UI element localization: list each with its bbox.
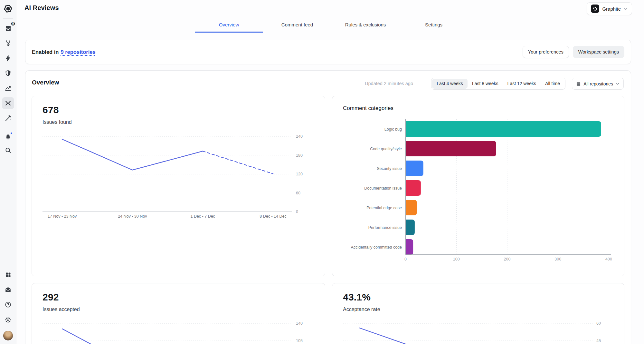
comment-categories-title: Comment categories	[343, 105, 393, 112]
sidebar-item-notifications[interactable]	[2, 131, 14, 143]
workspace-switcher[interactable]: Graphite	[587, 2, 632, 15]
insights-icon	[5, 84, 12, 92]
svg-text:24 Nov - 30 Nov: 24 Nov - 30 Nov	[118, 214, 147, 219]
sidebar: 9	[0, 0, 16, 344]
svg-text:180: 180	[296, 153, 303, 158]
merge-icon	[5, 40, 12, 47]
svg-text:100: 100	[453, 257, 460, 261]
tab-overview[interactable]: Overview	[195, 18, 263, 32]
acceptance-rate-label: Acceptance rate	[343, 307, 380, 312]
graphite-workspace-logo-icon	[591, 5, 599, 13]
svg-text:Documentation issue: Documentation issue	[364, 186, 402, 191]
wand-icon	[5, 115, 12, 122]
overview-section-title: Overview	[32, 79, 59, 86]
acceptance-rate-chart: 6045	[332, 319, 616, 344]
svg-text:0: 0	[296, 210, 298, 214]
tab-bar: Overview Comment feed Rules & exclusions…	[195, 18, 468, 32]
repository-filter-label: All repositories	[583, 81, 613, 86]
issues-found-card: 678 Issues found 06012018024017 Nov - 23…	[32, 96, 325, 276]
inbox-badge: 9	[11, 21, 15, 26]
range-all-time[interactable]: All time	[541, 79, 564, 89]
sidebar-item-ai-reviews[interactable]	[2, 97, 14, 109]
svg-text:0: 0	[404, 257, 407, 261]
sidebar-item-search[interactable]	[2, 144, 14, 156]
gear-icon	[5, 316, 12, 323]
banner-actions: Your preferences Workspace settings	[523, 46, 624, 58]
range-last-12-weeks[interactable]: Last 12 weeks	[503, 79, 541, 89]
ai-reviews-page: 9	[0, 0, 644, 344]
sidebar-item-insights[interactable]	[2, 82, 14, 94]
sidebar-item-help[interactable]	[2, 299, 14, 311]
svg-text:300: 300	[554, 257, 561, 261]
sidebar-item-merge[interactable]	[2, 37, 14, 49]
apps-grid-icon	[5, 271, 12, 278]
tab-comment-feed[interactable]: Comment feed	[263, 18, 331, 32]
issues-accepted-value: 292	[43, 292, 59, 303]
svg-text:Code quality/style: Code quality/style	[370, 147, 402, 151]
svg-text:240: 240	[296, 134, 303, 139]
workspace-settings-button[interactable]: Workspace settings	[573, 46, 624, 58]
workspace-name: Graphite	[602, 6, 621, 12]
acceptance-rate-card: 43.1% Acceptance rate 6045	[332, 283, 624, 344]
svg-text:Performance issue: Performance issue	[368, 225, 402, 230]
overview-section: Overview Updated 2 minutes ago Last 4 we…	[25, 70, 631, 344]
avatar	[3, 331, 13, 340]
svg-text:60: 60	[596, 321, 601, 326]
svg-text:60: 60	[296, 191, 300, 195]
svg-text:45: 45	[596, 339, 601, 343]
notification-dot	[10, 132, 13, 135]
svg-text:200: 200	[504, 257, 511, 261]
comment-categories-chart: 0100200300400Logic bugCode quality/style…	[332, 115, 624, 267]
user-avatar[interactable]	[2, 329, 14, 342]
range-last-8-weeks[interactable]: Last 8 weeks	[468, 79, 503, 89]
tab-rules-exclusions[interactable]: Rules & exclusions	[331, 18, 400, 32]
enabled-text: Enabled in	[32, 49, 59, 55]
ai-reviews-icon	[5, 100, 12, 107]
sidebar-item-assistant[interactable]	[2, 112, 14, 124]
sidebar-item-mail[interactable]	[2, 283, 14, 296]
repo-stack-icon	[576, 81, 581, 86]
issues-found-value: 678	[43, 104, 59, 115]
your-preferences-button[interactable]: Your preferences	[523, 46, 569, 58]
page-title: AI Reviews	[24, 4, 59, 12]
sidebar-item-settings[interactable]	[2, 314, 14, 326]
svg-text:17 Nov - 23 Nov: 17 Nov - 23 Nov	[48, 214, 77, 219]
tab-settings[interactable]: Settings	[400, 18, 468, 32]
svg-text:Logic bug: Logic bug	[384, 127, 402, 132]
svg-text:1 Dec - 7 Dec: 1 Dec - 7 Dec	[190, 214, 215, 219]
repository-filter[interactable]: All repositories	[572, 78, 624, 90]
svg-text:400: 400	[605, 257, 612, 261]
flash-icon	[5, 55, 12, 62]
time-range-selector: Last 4 weeks Last 8 weeks Last 12 weeks …	[431, 78, 565, 90]
graphite-logo-icon	[3, 4, 13, 14]
repositories-link[interactable]: 9 repositories	[61, 49, 95, 55]
issues-accepted-chart: 140105	[32, 319, 315, 344]
svg-text:Security issue: Security issue	[377, 166, 402, 171]
graphite-logo[interactable]	[2, 3, 14, 15]
help-icon	[5, 301, 12, 308]
chevron-down-icon	[616, 82, 620, 86]
issues-accepted-card: 292 Issues accepted 140105	[32, 283, 325, 344]
sidebar-item-inbox[interactable]: 9	[2, 22, 14, 34]
svg-text:105: 105	[296, 339, 303, 343]
sidebar-item-protections[interactable]	[2, 67, 14, 79]
svg-text:Accidentally committed code: Accidentally committed code	[351, 245, 402, 250]
comment-categories-card: Comment categories 0100200300400Logic bu…	[332, 96, 624, 276]
shield-icon	[5, 70, 12, 77]
issues-accepted-label: Issues accepted	[43, 307, 80, 312]
issues-found-chart: 06012018024017 Nov - 23 Nov24 Nov - 30 N…	[32, 132, 315, 228]
issues-found-label: Issues found	[43, 119, 72, 125]
acceptance-rate-value: 43.1%	[343, 292, 371, 303]
range-last-4-weeks[interactable]: Last 4 weeks	[432, 79, 468, 89]
sidebar-divider	[3, 263, 13, 263]
mail-icon	[5, 286, 12, 293]
sidebar-divider	[3, 18, 13, 19]
chevron-down-icon	[624, 7, 628, 11]
updated-timestamp: Updated 2 minutes ago	[365, 78, 413, 90]
sidebar-item-automations[interactable]	[2, 52, 14, 64]
sidebar-item-apps[interactable]	[2, 269, 14, 281]
svg-text:120: 120	[296, 172, 303, 176]
svg-text:8 Dec - 14 Dec: 8 Dec - 14 Dec	[260, 214, 286, 219]
inbox-icon	[5, 25, 12, 32]
enabled-banner: Enabled in 9 repositories Your preferenc…	[25, 40, 631, 64]
